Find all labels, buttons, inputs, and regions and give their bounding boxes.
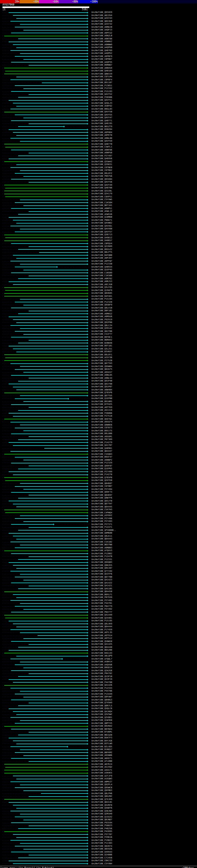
hit-bar[interactable] <box>16 390 87 390</box>
hit-label[interactable]: UniRef100_A9PHD4 <box>90 131 112 134</box>
hit-bar[interactable] <box>13 741 87 741</box>
hit-label[interactable]: UniRef100_Q34179 <box>90 192 112 195</box>
hit-label[interactable]: UniRef100_C1K5DH <box>90 202 112 205</box>
hit-label[interactable]: UniRef100_P27520 <box>90 359 112 363</box>
hit-bar[interactable] <box>20 843 88 844</box>
hit-bar[interactable] <box>11 308 87 308</box>
hit-bar[interactable] <box>18 214 87 215</box>
hit-label[interactable]: UniRef100_B6RHX2 <box>90 339 112 342</box>
hit-label[interactable]: UniRef100_A6YRJ4 <box>90 763 112 766</box>
hit-label[interactable]: UniRef100_C6TLM4 <box>90 75 112 79</box>
hit-label[interactable]: UniRef100_A9SGM1 <box>90 435 112 438</box>
hit-label[interactable]: UniRef100_P04777 <box>90 611 112 614</box>
hit-label[interactable]: UniRef100_Q9W7F6 <box>90 497 112 500</box>
hit-label[interactable]: UniRef100_P12471 <box>90 526 112 529</box>
hit-bar[interactable] <box>4 194 88 194</box>
hit-bar[interactable] <box>11 492 87 493</box>
hit-label[interactable]: UniRef100_C5YVW5 <box>90 198 112 202</box>
hit-bar[interactable] <box>29 94 87 95</box>
hit-bar[interactable] <box>5 238 88 238</box>
hit-label[interactable]: UniRef100_Q0PYV5 <box>90 722 112 725</box>
hit-bar[interactable] <box>9 41 88 42</box>
hit-label[interactable]: UniRef100_A9NZL0 <box>90 34 112 37</box>
hit-label[interactable]: UniRef100_O81T06 <box>90 330 112 333</box>
hit-bar[interactable] <box>16 223 87 223</box>
hit-label[interactable]: UniRef100_Q5VRF8 <box>90 804 112 807</box>
hit-bar[interactable] <box>38 635 88 636</box>
hit-label[interactable]: UniRef100_A7QXV3 <box>90 549 112 552</box>
hit-label[interactable]: UniRef100_A5BH14 <box>90 660 112 663</box>
hit-label[interactable]: UniRef100_B4G143 <box>90 652 112 655</box>
hit-label[interactable]: UniRef100_B6SZT9 <box>90 125 112 128</box>
hit-label[interactable]: UniRef100_A4QVU6 <box>90 663 112 666</box>
hit-label[interactable]: UniRef100_Q6ZLN1 <box>90 801 112 804</box>
hit-label[interactable]: UniRef100_Q67TU5 <box>90 395 112 398</box>
hit-label[interactable]: UniRef100_B9VRH2 <box>90 725 112 728</box>
hit-label[interactable]: UniRef100_B91HR5 <box>90 400 112 403</box>
hit-label[interactable]: UniRef100_A9NNW9 <box>90 43 112 46</box>
hit-label[interactable]: UniRef100_P27492 <box>90 608 112 611</box>
hit-bar[interactable] <box>11 150 87 150</box>
hit-bar[interactable] <box>23 59 87 60</box>
hit-label[interactable]: UniRef100_A9SG57 <box>90 371 112 374</box>
hit-bar[interactable] <box>4 393 88 393</box>
hit-label[interactable]: UniRef100_Q46956 <box>90 157 112 160</box>
hit-bar[interactable] <box>13 474 87 475</box>
hit-label[interactable]: UniRef100_B9SF47 <box>90 456 112 459</box>
hit-label[interactable]: UniRef100_C4PWQ4 <box>90 512 112 515</box>
hit-label[interactable]: UniRef100_Q2XTE0 <box>90 479 112 482</box>
hit-bar[interactable] <box>39 252 87 253</box>
hit-label[interactable]: UniRef100_A4QPJ3 <box>90 29 112 32</box>
hit-label[interactable]: UniRef100_B65TN8 <box>90 544 112 547</box>
hit-bar[interactable] <box>15 787 88 788</box>
hit-label[interactable]: UniRef100_Q22669 <box>90 245 112 248</box>
hit-label[interactable]: UniRef100_Q9LXK9 <box>90 623 112 626</box>
hit-bar[interactable] <box>11 700 87 700</box>
hit-bar[interactable] <box>10 571 88 571</box>
hit-label[interactable]: UniRef100_P06671 <box>90 219 112 222</box>
hit-bar[interactable] <box>20 170 88 171</box>
hit-label[interactable]: UniRef100_Q04697 <box>90 494 112 497</box>
hit-bar[interactable] <box>13 255 87 255</box>
hit-label[interactable]: UniRef100_A4QPK0 <box>90 46 112 49</box>
hit-label[interactable]: UniRef100_P09756 <box>90 175 112 178</box>
hit-bar[interactable] <box>4 161 88 162</box>
hit-bar[interactable] <box>15 331 88 332</box>
hit-bar[interactable] <box>11 243 87 244</box>
hit-label[interactable]: UniRef100_Q3SW42 <box>90 160 112 163</box>
hit-label[interactable]: UniRef100_B9GL03 <box>90 108 112 111</box>
hit-label[interactable]: UniRef100_B9L806 <box>90 432 112 435</box>
hit-bar[interactable] <box>20 632 88 633</box>
hit-bar[interactable] <box>4 36 88 36</box>
hit-bar[interactable] <box>4 591 88 592</box>
hit-bar[interactable] <box>13 594 87 595</box>
hit-bar[interactable] <box>23 176 87 177</box>
hit-label[interactable]: UniRef100_P19023 <box>90 839 112 842</box>
hit-label[interactable]: UniRef100_P12333 <box>90 687 112 690</box>
hit-label[interactable]: UniRef100_A0MVZ7 <box>90 780 112 784</box>
hit-bar[interactable] <box>13 565 87 566</box>
hit-label[interactable]: UniRef100_Q46195 <box>90 122 112 125</box>
hit-label[interactable]: UniRef100_Q4VY50 <box>90 111 112 114</box>
hit-bar[interactable] <box>13 348 87 349</box>
hit-bar[interactable] <box>15 115 88 115</box>
hit-bar[interactable] <box>29 436 87 437</box>
hit-bar[interactable] <box>20 53 88 54</box>
hit-bar[interactable] <box>9 738 88 738</box>
hit-label[interactable]: UniRef100_Q4VY57 <box>90 230 112 234</box>
hit-label[interactable]: UniRef100_Q64444 <box>90 625 112 628</box>
hit-bar[interactable] <box>29 182 87 183</box>
hit-label[interactable]: UniRef100_Q50W58 <box>90 640 112 643</box>
hit-bar[interactable] <box>23 755 87 756</box>
hit-label[interactable]: UniRef100_Q9XQB3 <box>90 561 112 564</box>
hit-bar[interactable] <box>9 621 88 621</box>
hit-bar[interactable] <box>13 284 87 285</box>
hit-bar[interactable] <box>9 217 88 218</box>
hit-label[interactable]: UniRef100_C5YXN4 <box>90 863 112 866</box>
hit-label[interactable]: UniRef100_B6T1H1 <box>90 204 112 207</box>
hit-bar[interactable] <box>18 676 87 677</box>
hit-bar[interactable] <box>18 410 87 411</box>
hit-label[interactable]: UniRef100_A2SY43 <box>90 17 112 20</box>
hit-label[interactable]: UniRef100_P12331 <box>90 558 112 561</box>
hit-label[interactable]: UniRef100_Q36713 <box>90 234 112 237</box>
